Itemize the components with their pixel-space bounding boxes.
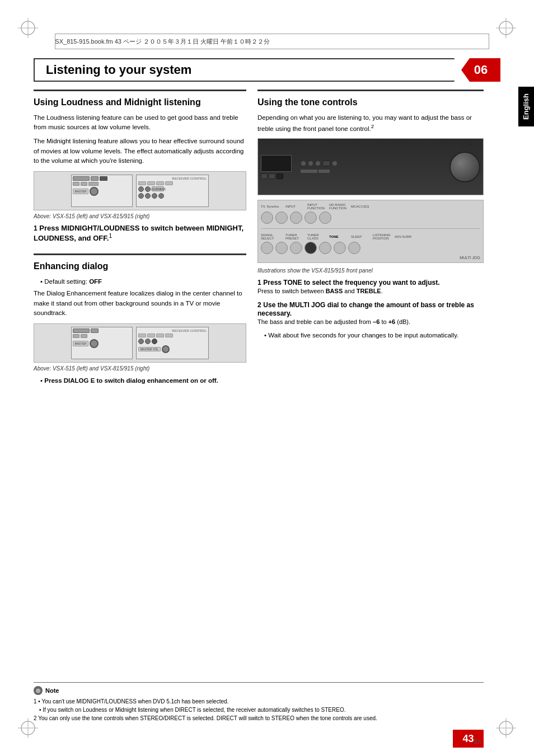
tone-panel-image-top (257, 138, 484, 195)
panel-btn-tuner-preset (275, 242, 288, 254)
note-icon: ◎ (34, 686, 43, 695)
note-text-2: 2 You can only use the tone controls whe… (34, 714, 484, 722)
tone-step2-num: 2 (257, 301, 261, 309)
note-label: Note (45, 687, 59, 694)
note-section: ◎ Note 1 • You can't use MIDNIGHT/LOUDNE… (34, 682, 484, 722)
tone-step2-body: The bass and treble can be adjusted from… (257, 317, 484, 327)
loudness-image-caption: Above: VSX-515 (left) and VSX-815/915 (r… (34, 213, 246, 219)
tone-bullet1: Wait about five seconds for your changes… (264, 331, 484, 340)
loudness-step1-num: 1 (34, 224, 38, 232)
section-tone: Using the tone controls Depending on wha… (257, 90, 484, 340)
panel-row-2b (261, 242, 480, 254)
dialog-bullet2: Press DIALOG E to switch dialog enhancem… (40, 376, 246, 386)
page-number-en: En (474, 739, 481, 745)
dialog-bullet2-text: Press DIALOG E to switch dialog enhancem… (44, 377, 218, 384)
loudness-step1: 1 Press MIDNIGHT/LOUDNESS to switch betw… (34, 224, 246, 242)
language-tab: English (518, 87, 534, 126)
panel-divider (261, 228, 480, 229)
device-diagram-dialog: MASTER RECEIVER CONTROL (34, 324, 246, 362)
device-vsx515-dialog: MASTER (71, 327, 133, 359)
section-loudness-para1: The Loudness listening feature can be us… (34, 113, 246, 133)
tone-panel-bottom: TV. Synchro INPUT INPUTFUNCTION HD RADIO… (258, 200, 483, 262)
section-loudness-para2: The Midnight listening feature allows yo… (34, 137, 246, 166)
section-loudness: Using Loudness and Midnight listening Th… (34, 90, 246, 242)
corner-mark-tl (17, 17, 39, 39)
right-column: Using the tone controls Depending on wha… (257, 90, 484, 700)
section-loudness-heading: Using Loudness and Midnight listening (34, 97, 246, 109)
page-title: Listening to your system (46, 63, 191, 77)
tone-step1: 1 Press TONE to select the frequency you… (257, 278, 484, 296)
panel-btn-tone (305, 242, 317, 254)
loudness-step1-sup: 1 (109, 232, 112, 239)
panel-btn-advsurr (348, 242, 360, 254)
panel-btn-tv (261, 212, 273, 224)
page-header: Listening to your system 06 (34, 56, 500, 84)
tone-para1-sup: 2 (371, 123, 374, 129)
note-text-1: 1 • You can't use MIDNIGHT/LOUDNESS when… (34, 697, 484, 706)
tone-step1-title: Press TONE to select the frequency you w… (263, 279, 439, 287)
tone-panel-top (258, 139, 483, 195)
panel-row-1b (261, 212, 480, 224)
panel-btn-sleep (319, 242, 331, 254)
panel-btn-signal (261, 242, 273, 254)
corner-mark-br (495, 717, 517, 739)
loudness-device-image: MASTER RECEIVER CONTROL (34, 171, 246, 210)
corner-mark-tr (495, 17, 517, 39)
tone-step1-body: Press to switch between BASS and TREBLE. (257, 287, 484, 296)
chapter-number: 06 (461, 58, 500, 82)
section-dialog-heading: Enhancing dialog (34, 261, 246, 273)
panel-btn-hdradio (305, 212, 317, 224)
tone-step2: 2 Use the MULTI JOG dial to change the a… (257, 300, 484, 327)
panel-btn-input2 (290, 212, 302, 224)
dialog-bullet1: Default setting: OFF (40, 277, 246, 287)
device-vsx515-loudness: MASTER (71, 175, 133, 207)
main-content: Using Loudness and Midnight listening Th… (34, 90, 484, 700)
file-info-text: VSX_815-915.book.fm 43 ページ ２００５年３月１日 火曜日… (51, 37, 270, 46)
panel-row-1: TV. Synchro INPUT INPUTFUNCTION HD RADIO… (261, 203, 480, 210)
note1b-text: • If you switch on Loudness or Midnight … (39, 707, 345, 713)
device-vsx815-loudness: RECEIVER CONTROL LOUDNESS (136, 175, 209, 207)
dialog-bullet1-text: Default setting: OFF (44, 278, 102, 285)
tone-para1-text: Depending on what you are listening to, … (257, 114, 472, 132)
section-dialog: Enhancing dialog Default setting: OFF Th… (34, 253, 246, 386)
file-info-bar: VSX_815-915.book.fm 43 ページ ２００５年３月１日 火曜日… (45, 34, 489, 49)
panel-volume-knob (449, 152, 480, 182)
panel-btn-tuner-class (290, 242, 302, 254)
left-column: Using Loudness and Midnight listening Th… (34, 90, 246, 700)
note-text-1b: • If you switch on Loudness or Midnight … (39, 706, 484, 714)
header-title-box: Listening to your system (34, 58, 462, 82)
section-tone-heading: Using the tone controls (257, 97, 484, 109)
dialog-device-image: MASTER RECEIVER CONTROL (34, 323, 246, 363)
tone-step1-num: 1 (257, 279, 261, 287)
panel-btn-mcacc (319, 212, 331, 224)
device-vsx815-dialog: RECEIVER CONTROL (136, 327, 209, 359)
section-tone-para1: Depending on what you are listening to, … (257, 113, 484, 134)
tone-panel-caption: Illustrations show the VSX-815/915 front… (257, 267, 484, 274)
note1-text: • You can't use MIDNIGHT/LOUDNESS when D… (38, 698, 228, 705)
panel-btn-listening (334, 242, 346, 254)
panel-screen (261, 155, 292, 172)
dialog-image-caption: Above: VSX-515 (left) and VSX-815/915 (r… (34, 365, 246, 372)
tone-panel-image-bottom: TV. Synchro INPUT INPUTFUNCTION HD RADIO… (257, 200, 484, 263)
loudness-step1-title: Press MIDNIGHT/LOUDNESS to switch betwee… (34, 224, 243, 242)
panel-row-2: SIGNALSELECT TUNERPRESET TUNERCLASS TONE… (261, 233, 480, 240)
note-header: ◎ Note (34, 686, 484, 695)
section-dialog-para1: The Dialog Enhancement feature localizes… (34, 289, 246, 318)
device-diagram-loudness: MASTER RECEIVER CONTROL (34, 172, 246, 210)
tone-step2-title: Use the MULTI JOG dial to change the amo… (257, 301, 474, 317)
panel-btn-input1 (275, 212, 288, 224)
